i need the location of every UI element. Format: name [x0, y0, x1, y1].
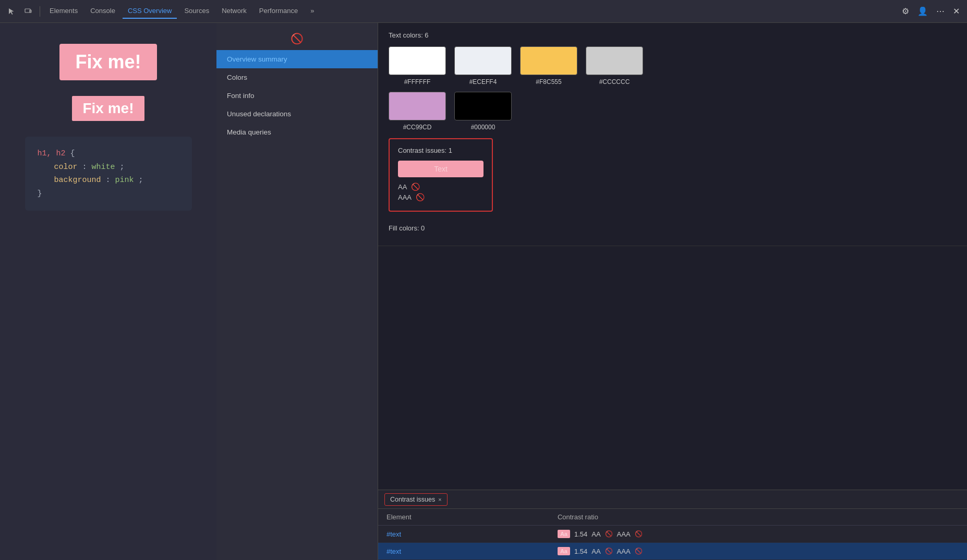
aa-fail-2: 🚫 [605, 547, 613, 555]
contrast-aaa-row: AAA 🚫 [398, 193, 484, 201]
contrast-ratio-cell-2: Aa 1.54 AA 🚫 AAA 🚫 [558, 547, 959, 555]
no-entry-icon: 🚫 [291, 32, 304, 45]
code-editor: h1, h2 { color : white ; background : pi… [25, 137, 192, 211]
device-toggle-button[interactable] [21, 5, 35, 18]
tab-more[interactable]: » [305, 4, 319, 19]
col-contrast-ratio: Contrast ratio [549, 509, 967, 526]
contrast-table: Element Contrast ratio #text Aa 1.54 [378, 509, 967, 560]
content-panel: Text colors: 6 #FFFFFF #ECEFF4 #F8C555 [378, 23, 967, 490]
sidebar-item-font-info-label: Font info [227, 92, 255, 100]
sidebar-no-entry-icon: 🚫 [216, 27, 378, 50]
sidebar-item-media-queries[interactable]: Media queries [216, 123, 378, 141]
aaa-fail-1: 🚫 [635, 530, 643, 538]
code-value-pink: pink [115, 176, 134, 185]
sidebar-item-colors[interactable]: Colors [216, 68, 378, 87]
aaa-fail-icon: 🚫 [416, 193, 425, 201]
ratio-value-1: 1.54 [574, 530, 587, 538]
aaa-text-2: AAA [617, 547, 631, 555]
tab-network[interactable]: Network [216, 4, 252, 19]
devtools-main: Fix me! Fix me! h1, h2 { color : white ;… [0, 23, 967, 560]
cursor-tool-button[interactable] [4, 5, 19, 18]
contrast-issues-box: Contrast issues: 1 Text AA 🚫 AAA 🚫 [389, 138, 493, 212]
color-swatch-f8c555[interactable]: #F8C555 [520, 46, 577, 86]
fix-me-heading2: Fix me! [72, 96, 144, 121]
sidebar-item-overview-label: Overview summary [227, 55, 287, 63]
aa-text-1: AA [591, 530, 600, 538]
color-swatches-row1: #FFFFFF #ECEFF4 #F8C555 #CCCCCC [389, 46, 957, 86]
color-swatch-cc99cd[interactable]: #CC99CD [389, 92, 446, 131]
table-row[interactable]: #text Aa 1.54 AA 🚫 AAA 🚫 [378, 543, 967, 560]
element-cell-1: #text [378, 526, 549, 543]
contrast-ratio-cell-1: Aa 1.54 AA 🚫 AAA 🚫 [558, 530, 959, 538]
sidebar-item-font-info[interactable]: Font info [216, 87, 378, 105]
sidebar-item-media-queries-label: Media queries [227, 128, 271, 136]
fix-me-heading1: Fix me! [59, 44, 156, 80]
aa-fail-1: 🚫 [605, 530, 613, 538]
text-colors-title: Text colors: 6 [389, 31, 957, 39]
contrast-text-preview[interactable]: Text [398, 161, 484, 177]
sidebar-item-unused-declarations[interactable]: Unused declarations [216, 105, 378, 123]
color-swatch-ffffff[interactable]: #FFFFFF [389, 46, 446, 86]
aa-fail-icon: 🚫 [411, 182, 420, 191]
contrast-issues-tab[interactable]: Contrast issues × [384, 493, 448, 506]
color-label-ffffff: #FFFFFF [404, 78, 431, 86]
col-element: Element [378, 509, 549, 526]
bottom-tabs: Contrast issues × [378, 490, 967, 509]
swatch-000000 [454, 92, 512, 120]
element-link-2[interactable]: #text [386, 547, 401, 555]
color-label-f8c555: #F8C555 [536, 78, 561, 86]
code-value-white: white [92, 163, 115, 172]
color-swatch-000000[interactable]: #000000 [454, 92, 512, 131]
color-label-000000: #000000 [471, 124, 495, 131]
contrast-issues-tab-close[interactable]: × [438, 496, 441, 503]
code-selector: h1, h2 [38, 149, 66, 158]
tab-sources[interactable]: Sources [179, 4, 214, 19]
swatch-cccccc [586, 46, 643, 75]
swatch-ffffff [389, 46, 446, 75]
contrast-issues-tab-label: Contrast issues [390, 496, 435, 503]
bottom-panel: Contrast issues × Element Contrast ratio… [378, 490, 967, 560]
table-header-row: Element Contrast ratio [378, 509, 967, 526]
color-label-cc99cd: #CC99CD [403, 124, 432, 131]
color-swatches-row2: #CC99CD #000000 [389, 92, 957, 131]
tab-elements[interactable]: Elements [44, 4, 83, 19]
swatch-cc99cd [389, 92, 446, 120]
aa-label: AA [398, 183, 407, 191]
close-devtools-button[interactable]: ✕ [950, 4, 963, 18]
swatch-f8c555 [520, 46, 577, 75]
settings-icon[interactable]: ⚙ [899, 4, 912, 18]
webpage-preview: Fix me! Fix me! h1, h2 { color : white ;… [0, 23, 216, 560]
text-colors-section: Text colors: 6 #FFFFFF #ECEFF4 #F8C555 [378, 23, 967, 246]
toolbar-separator [40, 6, 40, 17]
more-menu-icon[interactable]: ⋯ [933, 4, 948, 18]
swatch-eceff4 [454, 46, 512, 75]
color-swatch-cccccc[interactable]: #CCCCCC [586, 46, 643, 86]
sidebar-item-overview[interactable]: Overview summary [216, 50, 378, 68]
element-link-1[interactable]: #text [386, 530, 401, 538]
color-swatch-eceff4[interactable]: #ECEFF4 [454, 46, 512, 86]
sidebar: 🚫 Overview summary Colors Font info Unus… [216, 23, 378, 560]
contrast-issues-title: Contrast issues: 1 [398, 147, 484, 154]
aa-text-2: AA [591, 547, 600, 555]
fill-colors-label: Fill colors: 0 [389, 219, 957, 237]
element-cell-2: #text [378, 543, 549, 560]
table-row[interactable]: #text Aa 1.54 AA 🚫 AAA 🚫 [378, 526, 967, 543]
ratio-value-2: 1.54 [574, 547, 587, 555]
user-icon[interactable]: 👤 [914, 4, 931, 18]
color-label-cccccc: #CCCCCC [599, 78, 630, 86]
aaa-label: AAA [398, 193, 412, 201]
tab-css-overview[interactable]: CSS Overview [123, 4, 177, 19]
aaa-fail-2: 🚫 [635, 547, 643, 555]
code-property-background: background [54, 176, 101, 185]
aaa-text-1: AAA [617, 530, 631, 538]
code-property-color: color [54, 163, 78, 172]
aa-swatch-2: Aa [558, 547, 570, 555]
aa-swatch-1: Aa [558, 530, 570, 538]
devtools-toolbar: Elements Console CSS Overview Sources Ne… [0, 0, 967, 23]
contrast-aa-row: AA 🚫 [398, 182, 484, 191]
sidebar-item-colors-label: Colors [227, 74, 247, 81]
color-label-eceff4: #ECEFF4 [469, 78, 497, 86]
sidebar-item-unused-declarations-label: Unused declarations [227, 110, 291, 118]
tab-console[interactable]: Console [85, 4, 120, 19]
tab-performance[interactable]: Performance [254, 4, 303, 19]
